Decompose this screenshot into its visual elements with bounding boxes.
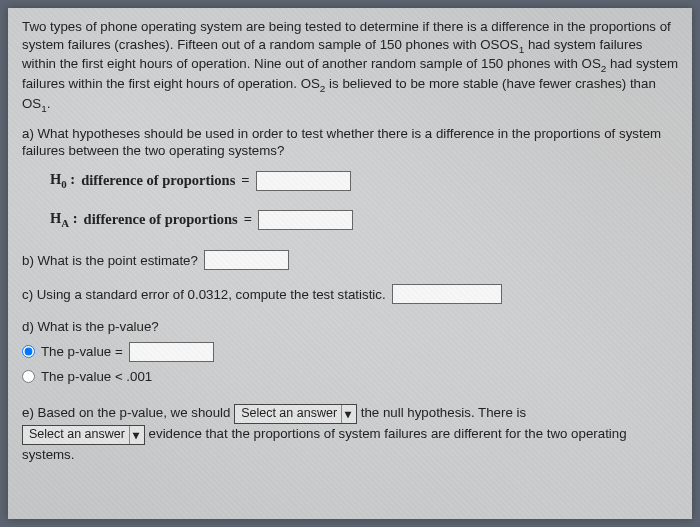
point-estimate-input[interactable] xyxy=(204,250,289,270)
pvalue-opt1-label: The p-value = xyxy=(41,343,123,361)
question-d-text: d) What is the p-value? xyxy=(22,318,678,336)
pvalue-radio-1[interactable] xyxy=(22,345,35,358)
e-text-1: e) Based on the p-value, we should xyxy=(22,405,234,420)
question-e-block: e) Based on the p-value, we should Selec… xyxy=(22,403,678,465)
intro-sub-1: OS1 xyxy=(499,37,524,52)
intro-paragraph: Two types of phone operating system are … xyxy=(22,18,678,115)
h0-phrase: difference of proportions xyxy=(81,171,235,190)
pvalue-input[interactable] xyxy=(129,342,214,362)
ha-label: HA : xyxy=(50,209,78,230)
question-a: a) What hypotheses should be used in ord… xyxy=(22,125,678,160)
select-evidence-label: Select an answer xyxy=(29,425,125,444)
question-b-text: b) What is the point estimate? xyxy=(22,252,198,270)
chevron-down-icon: ▾ xyxy=(341,405,354,424)
pvalue-option-2: The p-value < .001 xyxy=(22,368,678,386)
ha-input[interactable] xyxy=(258,210,353,230)
test-statistic-input[interactable] xyxy=(392,284,502,304)
pvalue-opt2-label: The p-value < .001 xyxy=(41,368,152,386)
question-c-row: c) Using a standard error of 0.0312, com… xyxy=(22,284,678,304)
h0-equals: = xyxy=(241,171,249,190)
select-evidence[interactable]: Select an answer ▾ xyxy=(22,425,145,445)
h0-label: H0 : xyxy=(50,170,75,191)
question-c-text: c) Using a standard error of 0.0312, com… xyxy=(22,286,386,304)
e-text-2: the null hypothesis. There is xyxy=(361,405,526,420)
select-decision[interactable]: Select an answer ▾ xyxy=(234,404,357,424)
pvalue-radio-2[interactable] xyxy=(22,370,35,383)
worksheet-page: Two types of phone operating system are … xyxy=(8,8,692,519)
h0-row: H0 : difference of proportions = xyxy=(50,170,678,191)
question-b-row: b) What is the point estimate? xyxy=(22,250,678,270)
chevron-down-icon: ▾ xyxy=(129,426,142,445)
select-decision-label: Select an answer xyxy=(241,404,337,423)
intro-text-5: . xyxy=(47,96,51,111)
pvalue-option-1: The p-value = xyxy=(22,342,678,362)
ha-row: HA : difference of proportions = xyxy=(50,209,678,230)
h0-input[interactable] xyxy=(256,171,351,191)
question-d-block: d) What is the p-value? The p-value = Th… xyxy=(22,318,678,385)
ha-equals: = xyxy=(244,210,252,229)
hypotheses-block: H0 : difference of proportions = HA : di… xyxy=(50,170,678,230)
ha-phrase: difference of proportions xyxy=(84,210,238,229)
